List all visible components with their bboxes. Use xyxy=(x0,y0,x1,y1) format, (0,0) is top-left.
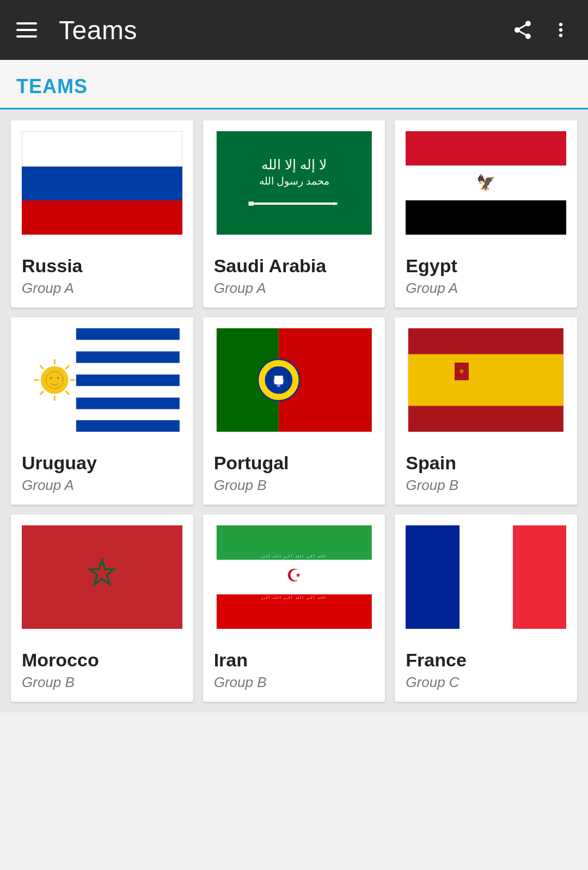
team-name-russia: Russia xyxy=(22,255,182,277)
team-group-iran: Group B xyxy=(214,674,375,691)
app-bar-right xyxy=(512,19,572,41)
team-group-uruguay: Group A xyxy=(22,477,182,494)
more-options-button[interactable] xyxy=(550,19,572,41)
team-card-iran[interactable]: الله أكبر الله أكبر الله أكبر الله أكبر … xyxy=(203,514,385,702)
team-group-spain: Group B xyxy=(406,477,566,494)
team-card-saudi-arabia[interactable]: لا إله إلا الله محمد رسول الله Saudi Ara… xyxy=(203,120,385,308)
team-info-saudi-arabia: Saudi Arabia Group A xyxy=(203,246,385,308)
team-info-france: France Group C xyxy=(395,640,577,702)
flag-morocco xyxy=(11,514,193,640)
team-name-egypt: Egypt xyxy=(406,255,566,277)
team-name-iran: Iran xyxy=(214,650,375,671)
flag-france xyxy=(395,514,577,640)
svg-rect-10 xyxy=(76,397,180,409)
team-card-russia[interactable]: Russia Group A xyxy=(11,120,193,308)
svg-rect-8 xyxy=(76,351,180,363)
svg-text:لا إله إلا الله: لا إله إلا الله xyxy=(261,157,327,173)
team-card-portugal[interactable]: Portugal Group B xyxy=(203,317,385,505)
team-name-spain: Spain xyxy=(406,452,566,474)
team-info-iran: Iran Group B xyxy=(203,640,385,702)
flag-egypt: 🦅 xyxy=(395,120,577,246)
svg-point-22 xyxy=(46,371,63,389)
team-info-spain: Spain Group B xyxy=(395,443,577,505)
svg-rect-36 xyxy=(408,354,564,406)
hamburger-menu-button[interactable] xyxy=(16,22,37,38)
flag-portugal xyxy=(203,317,385,443)
team-info-russia: Russia Group A xyxy=(11,246,193,308)
team-name-portugal: Portugal xyxy=(214,452,375,474)
app-bar-title: Teams xyxy=(59,15,137,45)
team-info-portugal: Portugal Group B xyxy=(203,443,385,505)
svg-text:⚜: ⚜ xyxy=(458,368,465,376)
team-group-france: Group C xyxy=(406,674,566,691)
section-title: TEAMS xyxy=(16,75,572,108)
team-info-uruguay: Uruguay Group A xyxy=(11,443,193,505)
svg-rect-9 xyxy=(76,375,180,386)
team-card-uruguay[interactable]: Uruguay Group A xyxy=(11,317,193,505)
section-header: TEAMS xyxy=(0,60,588,109)
team-group-portugal: Group B xyxy=(214,477,375,494)
svg-rect-39 xyxy=(24,525,180,629)
svg-rect-7 xyxy=(76,328,180,340)
team-name-france: France xyxy=(406,650,566,671)
team-card-morocco[interactable]: Morocco Group B xyxy=(11,514,193,702)
team-card-france[interactable]: France Group C xyxy=(395,514,577,702)
team-group-morocco: Group B xyxy=(22,674,182,691)
egypt-eagle-symbol: 🦅 xyxy=(476,174,495,192)
svg-rect-5 xyxy=(248,201,254,206)
team-card-egypt[interactable]: 🦅 Egypt Group A xyxy=(395,120,577,308)
team-name-morocco: Morocco xyxy=(22,650,182,671)
share-button[interactable] xyxy=(512,19,534,41)
app-bar: Teams xyxy=(0,0,588,60)
app-bar-left: Teams xyxy=(16,15,137,45)
team-group-russia: Group A xyxy=(22,280,182,297)
svg-rect-34 xyxy=(273,379,284,382)
team-group-saudi-arabia: Group A xyxy=(214,280,375,297)
svg-point-24 xyxy=(57,377,59,379)
flag-iran: الله أكبر الله أكبر الله أكبر الله أكبر … xyxy=(203,514,385,640)
flag-russia xyxy=(11,120,193,246)
team-card-spain[interactable]: ⚜ Spain Group B xyxy=(395,317,577,505)
team-info-morocco: Morocco Group B xyxy=(11,640,193,702)
svg-text:☪: ☪ xyxy=(286,566,302,585)
svg-text:محمد رسول الله: محمد رسول الله xyxy=(259,175,329,187)
teams-grid: Russia Group A لا إله إلا الله محمد رسول… xyxy=(0,109,588,713)
team-info-egypt: Egypt Group A xyxy=(395,246,577,308)
flag-spain: ⚜ xyxy=(395,317,577,443)
team-group-egypt: Group A xyxy=(406,280,566,297)
flag-saudi-arabia: لا إله إلا الله محمد رسول الله xyxy=(203,120,385,246)
svg-rect-43 xyxy=(216,595,371,629)
team-name-saudi-arabia: Saudi Arabia xyxy=(214,255,375,277)
team-name-uruguay: Uruguay xyxy=(22,452,182,474)
flag-uruguay xyxy=(11,317,193,443)
svg-rect-11 xyxy=(76,420,180,432)
svg-point-23 xyxy=(50,377,52,379)
